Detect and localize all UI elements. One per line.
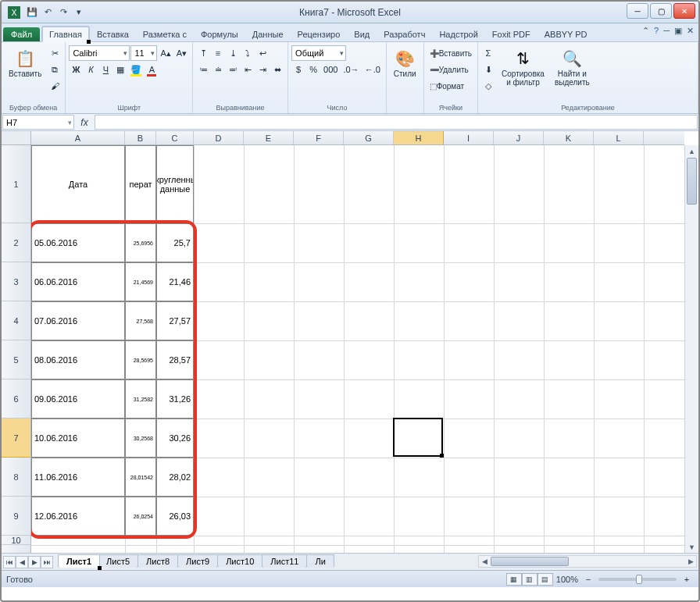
align-center-icon[interactable]: ≐ [211, 62, 225, 77]
cell-A2[interactable]: 05.06.2016 [31, 223, 125, 262]
cell-C4[interactable]: 27,57 [156, 301, 194, 340]
cell-C6[interactable]: 31,26 [156, 379, 194, 419]
cell-B3[interactable]: 21,4569 [125, 262, 156, 301]
view-pagebreak-icon[interactable]: ▤ [538, 573, 553, 586]
sheet-tab-4[interactable]: Лист10 [217, 554, 262, 568]
minimize-ribbon-icon[interactable]: ⌃ [642, 26, 649, 36]
cell-A3[interactable]: 06.06.2016 [31, 262, 125, 301]
row-header-3[interactable]: 3 [2, 262, 30, 301]
clear-icon[interactable]: ◇ [481, 78, 495, 94]
orientation-icon[interactable]: ⤵ [241, 45, 255, 61]
align-top-icon[interactable]: ⤒ [196, 45, 210, 61]
currency-icon[interactable]: $ [291, 62, 305, 77]
styles-button[interactable]: 🎨 Стили [390, 45, 420, 81]
col-header-D[interactable]: D [194, 131, 244, 144]
col-header-G[interactable]: G [344, 131, 394, 144]
scroll-left-icon[interactable]: ◀ [479, 556, 490, 567]
find-select-button[interactable]: 🔍 Найти и выделить [551, 45, 594, 89]
col-header-L[interactable]: L [594, 131, 644, 144]
cell-A6[interactable]: 09.06.2016 [31, 379, 125, 419]
tab-nav-prev[interactable]: ◀ [16, 556, 28, 568]
grow-font-icon[interactable]: A▴ [158, 45, 173, 61]
cell-C1[interactable]: Округленные данные [156, 145, 194, 223]
row-header-10[interactable]: 10 [2, 536, 30, 545]
hscroll-thumb[interactable] [491, 557, 569, 566]
align-middle-icon[interactable]: ≡ [211, 45, 225, 61]
sheet-tab-5[interactable]: Лист11 [262, 554, 307, 568]
cell-C8[interactable]: 28,02 [156, 458, 194, 497]
shrink-font-icon[interactable]: A▾ [174, 45, 189, 61]
tab-nav-next[interactable]: ▶ [28, 556, 41, 568]
cell-C2[interactable]: 25,7 [156, 223, 194, 262]
col-header-E[interactable]: E [244, 131, 294, 144]
font-color-icon[interactable]: A [145, 62, 159, 77]
delete-cells-button[interactable]: ➖ Удалить [427, 62, 471, 77]
col-header-F[interactable]: F [294, 131, 344, 144]
ribbon-tab-6[interactable]: Вид [347, 27, 377, 41]
cut-icon[interactable]: ✂ [48, 45, 62, 61]
file-tab[interactable]: Файл [3, 27, 40, 41]
view-layout-icon[interactable]: ▥ [522, 573, 538, 586]
format-painter-icon[interactable]: 🖌 [48, 78, 62, 94]
cell-A8[interactable]: 11.06.2016 [31, 458, 125, 497]
cell-C7[interactable]: 30,26 [156, 419, 194, 458]
cell-B2[interactable]: 25,6956 [125, 223, 156, 262]
cell-B9[interactable]: 26,0254 [125, 497, 156, 536]
grid[interactable]: ДатаператОкругленные данные05.06.201625,… [31, 145, 684, 553]
bold-button[interactable]: Ж [69, 62, 83, 77]
ribbon-tab-4[interactable]: Данные [245, 27, 291, 41]
undo-icon[interactable]: ↶ [41, 5, 55, 20]
comma-icon[interactable]: 000 [321, 62, 340, 77]
cell-A4[interactable]: 07.06.2016 [31, 301, 125, 340]
align-bottom-icon[interactable]: ⤓ [226, 45, 240, 61]
qat-more-icon[interactable]: ▾ [72, 5, 86, 20]
border-icon[interactable]: ▦ [113, 62, 127, 77]
scroll-thumb[interactable] [687, 158, 697, 205]
cell-A1[interactable]: Дата [31, 145, 125, 223]
cell-B4[interactable]: 27,568 [125, 301, 156, 340]
row-header-6[interactable]: 6 [2, 379, 30, 419]
col-header-J[interactable]: J [494, 131, 544, 144]
ribbon-tab-9[interactable]: Foxit PDF [485, 27, 538, 41]
ribbon-tab-2[interactable]: Разметка с [136, 27, 194, 41]
row-header-4[interactable]: 4 [2, 301, 30, 340]
ribbon-tab-10[interactable]: ABBYY PD [538, 27, 595, 41]
wrap-text-icon[interactable]: ↩ [255, 45, 270, 61]
cell-A9[interactable]: 12.06.2016 [31, 497, 125, 536]
sheet-tab-1[interactable]: Лист5 [98, 554, 138, 568]
close-button[interactable]: ✕ [673, 3, 695, 19]
sheet-tab-3[interactable]: Лист9 [177, 554, 218, 568]
font-size-combo[interactable]: 11 [130, 45, 157, 61]
doc-minimize-icon[interactable]: ─ [663, 26, 670, 36]
italic-button[interactable]: К [84, 62, 98, 77]
increase-decimal-icon[interactable]: .0→ [341, 62, 361, 77]
indent-decrease-icon[interactable]: ⇤ [241, 62, 255, 77]
ribbon-tab-3[interactable]: Формулы [194, 27, 245, 41]
zoom-out-button[interactable]: − [581, 572, 595, 587]
zoom-value[interactable]: 100% [556, 575, 578, 584]
cell-B5[interactable]: 28,5695 [125, 340, 156, 379]
font-name-combo[interactable]: Calibri [69, 45, 130, 61]
cell-B1[interactable]: перат [125, 145, 156, 223]
col-header-I[interactable]: I [444, 131, 494, 144]
row-header-9[interactable]: 9 [2, 497, 30, 536]
cell-A5[interactable]: 08.06.2016 [31, 340, 125, 379]
ribbon-tab-1[interactable]: Вставка [90, 27, 136, 41]
minimize-button[interactable]: ─ [627, 3, 648, 19]
formula-input[interactable] [95, 115, 698, 130]
percent-icon[interactable]: % [306, 62, 320, 77]
col-header-H[interactable]: H [394, 131, 444, 144]
scroll-up-icon[interactable]: ▲ [685, 145, 698, 157]
insert-cells-button[interactable]: ➕ Вставить [427, 45, 474, 61]
col-header-K[interactable]: K [544, 131, 594, 144]
row-header-7[interactable]: 7 [2, 419, 30, 458]
zoom-slider[interactable] [598, 578, 677, 581]
col-header-A[interactable]: A [31, 131, 125, 144]
cell-B8[interactable]: 28,01542 [125, 458, 156, 497]
indent-increase-icon[interactable]: ⇥ [255, 62, 270, 77]
row-header-8[interactable]: 8 [2, 458, 30, 497]
decrease-decimal-icon[interactable]: ←.0 [362, 62, 383, 77]
row-header-5[interactable]: 5 [2, 340, 30, 379]
col-header-C[interactable]: C [156, 131, 194, 144]
copy-icon[interactable]: ⧉ [48, 62, 62, 77]
